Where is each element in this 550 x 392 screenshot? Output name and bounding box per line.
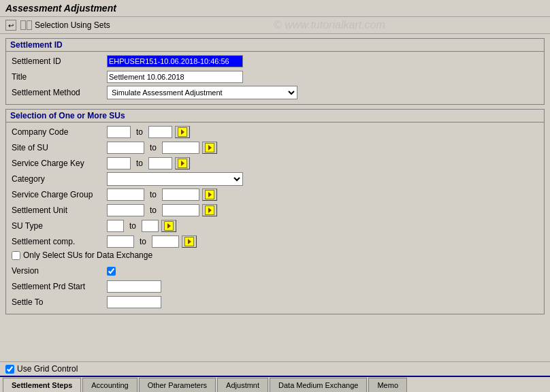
settle-to-input[interactable] — [107, 296, 161, 308]
tab-other-parameters[interactable]: Other Parameters — [139, 378, 216, 392]
site-of-su-from[interactable] — [107, 142, 144, 154]
selection-using-sets-label: Selection Using Sets — [35, 20, 110, 30]
settlement-method-select[interactable]: Simulate Assessment Adjustment — [107, 86, 297, 99]
company-code-label: Company Code — [12, 127, 107, 137]
settlement-unit-label: Settlement Unit — [12, 206, 107, 215]
tab-accounting[interactable]: Accounting — [82, 378, 137, 392]
service-charge-key-from[interactable] — [107, 157, 131, 169]
title-label: Title — [12, 72, 107, 82]
service-charge-group-nav-btn[interactable] — [202, 189, 217, 201]
service-charge-key-to[interactable] — [148, 157, 172, 169]
settlement-prd-start-row: Settlement Prd Start — [12, 280, 538, 293]
settlement-unit-row: Settlement Unit to — [12, 203, 538, 217]
service-charge-group-to[interactable] — [162, 189, 199, 201]
site-of-su-row: Site of SU to — [12, 141, 538, 154]
service-charge-key-label: Service Charge Key — [12, 159, 107, 168]
toolbar: ↩ Selection Using Sets © www.tutorialkar… — [0, 17, 550, 34]
settlement-prd-start-label: Settlement Prd Start — [12, 282, 107, 291]
settlement-unit-from[interactable] — [107, 204, 144, 216]
service-charge-group-from[interactable] — [107, 189, 144, 201]
settlement-comp-label: Settlement comp. — [12, 237, 107, 246]
bottom-bar: Use Grid Control Settlement Steps Accoun… — [0, 361, 550, 392]
page-title: Assessment Adjustment — [5, 3, 116, 14]
settlement-id-section: Settlement ID Settlement ID Title Settle… — [5, 38, 545, 105]
su-type-label: SU Type — [12, 221, 107, 231]
only-select-label: Only Select SUs for Data Exchange — [23, 250, 152, 260]
settlement-method-label: Settlement Method — [12, 88, 107, 97]
selection-section-title: Selection of One or More SUs — [6, 110, 544, 122]
version-checkbox[interactable] — [107, 267, 116, 276]
su-type-to[interactable] — [142, 220, 159, 232]
su-type-nav-btn[interactable] — [161, 220, 176, 232]
use-grid-row: Use Grid Control — [0, 361, 550, 376]
tab-adjustmnt[interactable]: Adjustmnt — [217, 378, 268, 392]
company-code-nav-btn[interactable] — [175, 126, 190, 138]
su-type-from[interactable] — [107, 220, 124, 232]
only-select-checkbox[interactable] — [12, 251, 20, 260]
tabs-row: Settlement Steps Accounting Other Parame… — [0, 376, 550, 392]
site-of-su-nav-btn[interactable] — [202, 142, 217, 154]
settlement-unit-nav-btn[interactable] — [202, 204, 217, 216]
company-code-to[interactable] — [148, 126, 172, 138]
settle-to-label: Settle To — [12, 297, 107, 307]
service-charge-key-nav-btn[interactable] — [175, 157, 190, 169]
settlement-prd-start-input[interactable] — [107, 280, 161, 293]
tab-memo[interactable]: Memo — [368, 378, 407, 392]
version-label: Version — [12, 266, 107, 276]
back-icon[interactable]: ↩ — [5, 20, 16, 31]
title-input[interactable] — [107, 71, 243, 83]
title-row: Title — [12, 70, 538, 84]
category-label: Category — [12, 174, 107, 184]
only-select-row: Only Select SUs for Data Exchange — [12, 250, 538, 260]
watermark: © www.tutorialkart.com — [114, 19, 545, 31]
settlement-id-label: Settlement ID — [12, 56, 107, 66]
settlement-comp-row: Settlement comp. to — [12, 235, 538, 248]
title-bar: Assessment Adjustment — [0, 0, 550, 17]
settlement-comp-nav-btn[interactable] — [182, 235, 197, 248]
settlement-comp-from[interactable] — [107, 235, 134, 248]
company-code-row: Company Code to — [12, 125, 538, 139]
use-grid-label: Use Grid Control — [17, 364, 78, 374]
category-select[interactable] — [107, 172, 243, 186]
version-row: Version — [12, 264, 538, 278]
settlement-method-row: Settlement Method Simulate Assessment Ad… — [12, 86, 538, 99]
settlement-unit-to[interactable] — [162, 204, 199, 216]
site-of-su-label: Site of SU — [12, 143, 107, 152]
tab-data-medium-exchange[interactable]: Data Medium Exchange — [270, 378, 367, 392]
service-charge-group-row: Service Charge Group to — [12, 188, 538, 201]
settle-to-row: Settle To — [12, 295, 538, 309]
use-grid-checkbox[interactable] — [5, 365, 14, 374]
settlement-id-row: Settlement ID — [12, 54, 538, 68]
selection-section: Selection of One or More SUs Company Cod… — [5, 109, 545, 314]
service-charge-group-label: Service Charge Group — [12, 190, 107, 199]
su-type-row: SU Type to — [12, 219, 538, 233]
site-of-su-to[interactable] — [162, 142, 199, 154]
category-row: Category — [12, 172, 538, 186]
company-code-from[interactable] — [107, 126, 131, 138]
selection-using-sets-button[interactable]: Selection Using Sets — [20, 20, 110, 30]
settlement-comp-to[interactable] — [152, 235, 179, 248]
service-charge-key-row: Service Charge Key to — [12, 157, 538, 170]
settlement-id-input[interactable] — [107, 55, 243, 67]
settlement-id-section-title: Settlement ID — [6, 39, 544, 52]
tab-settlement-steps[interactable]: Settlement Steps — [3, 378, 81, 392]
